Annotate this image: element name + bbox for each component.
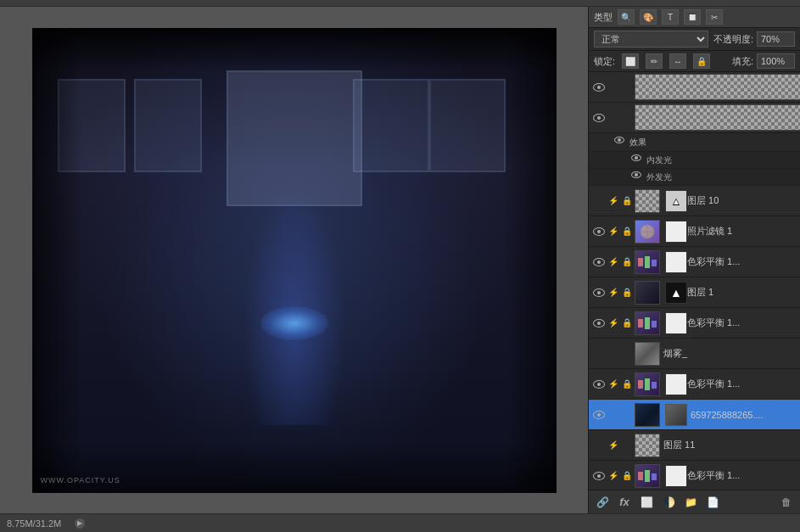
window-right-2 xyxy=(353,79,429,172)
vis-2[interactable] xyxy=(592,111,606,125)
eye-colorbal3 xyxy=(593,380,605,389)
vis-main-img[interactable] xyxy=(592,408,606,422)
adjustment-btn[interactable]: 🌓 xyxy=(660,494,677,511)
layer-item-10[interactable]: ⚡ 🔒 ▲ 图层 10 xyxy=(589,186,800,216)
svg-rect-11 xyxy=(645,470,650,482)
effect-eye-outer[interactable] xyxy=(631,171,643,183)
mask-btn[interactable]: ⬜ xyxy=(638,494,655,511)
link-main-img xyxy=(607,409,619,421)
layer-item-top[interactable]: 图层 1 xyxy=(589,72,800,103)
link-colorbal2: ⚡ xyxy=(607,317,619,329)
vis-10[interactable] xyxy=(592,194,606,208)
mask-colorbal3 xyxy=(665,373,687,395)
blend-mode-dropdown[interactable]: 正常 xyxy=(594,31,708,48)
canvas-image: WWW.OPACITY.US xyxy=(32,28,557,493)
canvas-area: WWW.OPACITY.US xyxy=(0,7,588,513)
layer-item-11[interactable]: ⚡ 图层 11 xyxy=(589,430,800,461)
top-toolbar xyxy=(0,0,800,7)
lock-all[interactable]: 🔒 xyxy=(693,53,710,69)
svg-rect-4 xyxy=(638,319,643,328)
lock-smoke xyxy=(621,348,633,360)
eye-colorbal4 xyxy=(593,472,605,480)
eye-icon-top xyxy=(593,83,605,92)
lock-main-img xyxy=(621,409,633,421)
eye-effect xyxy=(614,137,624,143)
link-layers-btn[interactable]: 🔗 xyxy=(594,494,611,511)
lock-10: 🔒 xyxy=(621,195,633,207)
vis-colorbal3[interactable] xyxy=(592,378,606,391)
link-colorbal3: ⚡ xyxy=(607,378,619,390)
svg-rect-3 xyxy=(652,260,657,266)
fill-row: 填充: xyxy=(732,53,795,69)
layer-name-colorbal2: 色彩平衡 1... xyxy=(687,316,797,329)
vis-colorbal1[interactable] xyxy=(592,255,606,269)
layer-name-main-img: 659725888265.... xyxy=(691,410,797,420)
filter-btn-3[interactable]: T xyxy=(662,9,679,25)
new-layer-btn[interactable]: 📄 xyxy=(704,494,721,511)
fx-btn[interactable]: fx xyxy=(616,494,633,511)
vis-11[interactable] xyxy=(592,439,606,452)
layer-item-main-img[interactable]: 659725888265.... xyxy=(589,400,800,430)
lock-brush[interactable]: ✏ xyxy=(646,53,663,69)
svg-rect-8 xyxy=(645,378,650,390)
mask-colorbal4 xyxy=(665,465,687,487)
filter-btn-1[interactable]: 🔍 xyxy=(618,9,635,25)
vis-photo[interactable] xyxy=(592,225,606,238)
eye-icon-2 xyxy=(593,114,605,122)
link-2 xyxy=(607,112,619,124)
thumb-main-img xyxy=(635,403,660,427)
lock-top xyxy=(621,81,633,93)
layer-item-2[interactable]: 图层 2 fx xyxy=(589,103,800,133)
fill-input[interactable] xyxy=(757,53,795,69)
lock-label: 锁定: xyxy=(594,55,615,68)
vis-colorbal2[interactable] xyxy=(592,316,606,330)
link-11: ⚡ xyxy=(607,440,619,451)
window-right-1 xyxy=(429,79,506,172)
opacity-input[interactable] xyxy=(757,31,795,47)
effect-header: 效果 xyxy=(589,133,800,152)
lock-position[interactable]: ↔ xyxy=(669,53,686,69)
filter-btn-4[interactable]: 🔲 xyxy=(684,9,701,25)
eye-inner xyxy=(631,154,641,161)
inner-glow-label: 内发光 xyxy=(646,154,672,166)
file-size: 8.75M/31.2M xyxy=(7,518,61,529)
folder-btn[interactable]: 📁 xyxy=(682,494,699,511)
svg-rect-12 xyxy=(652,473,657,480)
lock-photo: 🔒 xyxy=(621,226,633,238)
vis-smoke[interactable] xyxy=(592,347,606,361)
link-colorbal4: ⚡ xyxy=(607,470,619,482)
layer-item-colorbal-1[interactable]: ⚡ 🔒 色彩平衡 1... xyxy=(589,247,800,277)
layer-name-colorbal3: 色彩平衡 1... xyxy=(687,378,797,390)
layer-item-colorbal-3[interactable]: ⚡ 🔒 色彩平衡 1... xyxy=(589,369,800,400)
eye-photo xyxy=(593,227,605,236)
mask-colorbal2 xyxy=(665,312,687,334)
lock-colorbal4: 🔒 xyxy=(621,470,633,482)
fill-label: 填充: xyxy=(732,55,753,68)
thumb-colorbal4 xyxy=(635,464,660,488)
filter-btn-2[interactable]: 🎨 xyxy=(640,9,657,25)
filter-btn-5[interactable]: ✂ xyxy=(706,9,723,25)
thumb-colorbal1 xyxy=(635,250,660,274)
layer-item-colorbal-2[interactable]: ⚡ 🔒 色彩平衡 1... xyxy=(589,308,800,339)
eye-outer xyxy=(631,171,641,178)
vis-top[interactable] xyxy=(592,81,606,94)
thumb-10 xyxy=(635,189,660,213)
vis-colorbal4[interactable] xyxy=(592,469,606,483)
lock-transparent[interactable]: ⬜ xyxy=(622,53,639,69)
canvas-inner: WWW.OPACITY.US xyxy=(32,28,557,493)
effect-eye-inner[interactable] xyxy=(631,154,643,166)
layer-item-smoke[interactable]: 烟雾_ xyxy=(589,339,800,369)
layer-item-colorbal-4[interactable]: ⚡ 🔒 色彩平衡 1... xyxy=(589,461,800,490)
delete-layer-btn[interactable]: 🗑 xyxy=(778,494,795,511)
thumb-main-img-mask xyxy=(665,404,687,426)
thumb-top xyxy=(635,74,800,100)
effect-eye[interactable] xyxy=(614,137,626,148)
mask-photo xyxy=(665,221,687,243)
vis-1main[interactable] xyxy=(592,286,606,300)
opacity-label: 不透明度: xyxy=(713,33,753,46)
layer-item-1-main[interactable]: ⚡ 🔒 ▲ 图层 1 xyxy=(589,277,800,308)
opacity-row: 不透明度: xyxy=(713,31,795,47)
layer-item-photo-filter[interactable]: ⚡ 🔒 照片滤镜 1 xyxy=(589,216,800,247)
layers-list: 图层 1 图层 2 fx 效果 xyxy=(589,72,800,490)
nav-forward[interactable]: ▶ xyxy=(75,518,85,529)
